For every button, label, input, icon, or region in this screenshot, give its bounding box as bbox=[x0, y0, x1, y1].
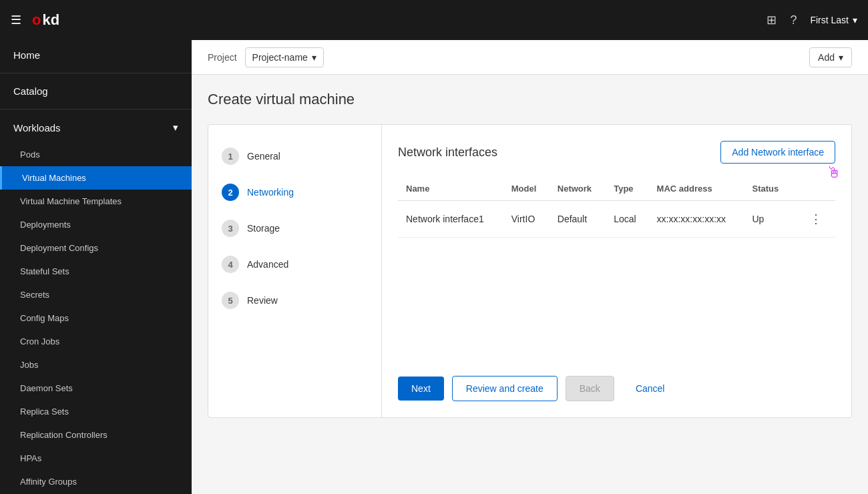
page-title: Create virtual machine bbox=[208, 91, 852, 108]
subheader-left: Project Project-name ▾ bbox=[208, 47, 324, 67]
sidebar-item-daemon-sets[interactable]: Daemon Sets bbox=[0, 377, 192, 400]
step-general[interactable]: 1 General bbox=[208, 138, 381, 174]
add-button[interactable]: Add ▾ bbox=[809, 47, 852, 67]
sidebar-item-affinity-groups[interactable]: Affinity Groups bbox=[0, 470, 192, 493]
review-and-create-button[interactable]: Review and create bbox=[452, 376, 558, 401]
step-4-label: Advanced bbox=[247, 259, 288, 270]
workloads-label: Workloads bbox=[13, 122, 61, 134]
col-network: Network bbox=[550, 177, 606, 201]
network-interfaces-table: Name Model Network Type MAC address Stat… bbox=[398, 177, 835, 238]
help-icon[interactable]: ? bbox=[790, 13, 797, 27]
panel-header: Network interfaces Add Network interface… bbox=[398, 141, 835, 164]
topbar: ☰ o kd ⊞ ? First Last ▾ bbox=[0, 0, 868, 40]
page-content: Create virtual machine 1 General 2 Netwo… bbox=[192, 75, 868, 434]
step-3-label: Storage bbox=[247, 223, 280, 234]
user-chevron-icon: ▾ bbox=[853, 15, 857, 25]
subheader: Project Project-name ▾ Add ▾ bbox=[192, 40, 868, 75]
step-5-label: Review bbox=[247, 295, 278, 306]
add-label: Add bbox=[818, 52, 835, 63]
project-dropdown[interactable]: Project-name ▾ bbox=[245, 47, 324, 67]
step-1-num: 1 bbox=[222, 148, 239, 165]
col-model: Model bbox=[503, 177, 550, 201]
user-menu[interactable]: First Last ▾ bbox=[810, 15, 857, 25]
cell-mac: xx:xx:xx:xx:xx:xx bbox=[649, 201, 744, 238]
sidebar-divider-1 bbox=[0, 73, 192, 73]
workloads-chevron-icon: ▾ bbox=[173, 121, 178, 134]
step-storage[interactable]: 3 Storage bbox=[208, 210, 381, 246]
panel-title: Network interfaces bbox=[398, 146, 497, 160]
sidebar-workloads-header[interactable]: Workloads ▾ bbox=[0, 112, 192, 143]
cell-model: VirtIO bbox=[503, 201, 550, 238]
logo-o-letter: o bbox=[32, 11, 41, 29]
sidebar-item-hpas[interactable]: HPAs bbox=[0, 447, 192, 470]
table-header: Name Model Network Type MAC address Stat… bbox=[398, 177, 835, 201]
step-3-num: 3 bbox=[222, 220, 239, 237]
topbar-right: ⊞ ? First Last ▾ bbox=[767, 13, 857, 27]
logo-kd-letters: kd bbox=[42, 11, 59, 29]
sidebar-item-virtual-machine-templates[interactable]: Virtual Machine Templates bbox=[0, 190, 192, 213]
main-layout: Home Catalog Workloads ▾ Pods Virtual Ma… bbox=[0, 40, 868, 494]
sidebar-item-stateful-sets[interactable]: Stateful Sets bbox=[0, 260, 192, 283]
back-button: Back bbox=[566, 376, 614, 401]
row-kebab-menu-button[interactable]: ⋮ bbox=[805, 209, 827, 229]
wizard-card: 1 General 2 Networking 3 Storage 4 Advan… bbox=[208, 124, 852, 418]
sidebar-item-replica-sets[interactable]: Replica Sets bbox=[0, 400, 192, 423]
steps-panel: 1 General 2 Networking 3 Storage 4 Advan… bbox=[208, 125, 382, 417]
sidebar-item-home[interactable]: Home bbox=[0, 40, 192, 70]
col-actions bbox=[792, 177, 835, 201]
cell-name: Network interface1 bbox=[398, 201, 503, 238]
step-2-label: Networking bbox=[247, 187, 294, 198]
project-dropdown-chevron-icon: ▾ bbox=[312, 52, 316, 63]
step-2-num: 2 bbox=[222, 184, 239, 201]
col-mac: MAC address bbox=[649, 177, 744, 201]
logo: o kd bbox=[32, 11, 59, 29]
step-1-label: General bbox=[247, 151, 280, 162]
hamburger-icon[interactable]: ☰ bbox=[11, 13, 21, 27]
sidebar-item-jobs[interactable]: Jobs bbox=[0, 353, 192, 377]
sidebar-item-pods[interactable]: Pods bbox=[0, 143, 192, 166]
sidebar-item-config-maps[interactable]: Config Maps bbox=[0, 306, 192, 330]
project-name: Project-name bbox=[252, 52, 308, 63]
step-4-num: 4 bbox=[222, 256, 239, 273]
sidebar-item-deployments[interactable]: Deployments bbox=[0, 213, 192, 236]
cancel-button[interactable]: Cancel bbox=[622, 377, 678, 401]
col-type: Type bbox=[606, 177, 648, 201]
step-advanced[interactable]: 4 Advanced bbox=[208, 246, 381, 282]
sidebar-item-secrets[interactable]: Secrets bbox=[0, 283, 192, 306]
sidebar-item-catalog[interactable]: Catalog bbox=[0, 76, 192, 106]
step-5-num: 5 bbox=[222, 292, 239, 309]
sidebar-item-deployment-configs[interactable]: Deployment Configs bbox=[0, 236, 192, 260]
topbar-left: ☰ o kd bbox=[11, 11, 767, 29]
content-area: Project Project-name ▾ Add ▾ Create virt… bbox=[192, 40, 868, 494]
user-name: First Last bbox=[810, 15, 849, 25]
add-chevron-icon: ▾ bbox=[839, 52, 843, 63]
sidebar-item-replication-controllers[interactable]: Replication Controllers bbox=[0, 423, 192, 447]
cell-actions: ⋮ bbox=[792, 201, 835, 238]
grid-icon[interactable]: ⊞ bbox=[767, 13, 777, 27]
step-networking[interactable]: 2 Networking bbox=[208, 174, 381, 210]
wizard-footer: Next Review and create Back Cancel bbox=[398, 360, 835, 401]
sidebar-item-virtual-machines[interactable]: Virtual Machines bbox=[0, 166, 192, 190]
project-label: Project bbox=[208, 52, 237, 63]
step-review[interactable]: 5 Review bbox=[208, 282, 381, 318]
sidebar: Home Catalog Workloads ▾ Pods Virtual Ma… bbox=[0, 40, 192, 494]
cell-status: Up bbox=[744, 201, 791, 238]
sidebar-item-cron-jobs[interactable]: Cron Jobs bbox=[0, 330, 192, 353]
add-network-interface-button[interactable]: Add Network interface🖱 bbox=[720, 141, 835, 164]
table-row: Network interface1 VirtIO Default Local … bbox=[398, 201, 835, 238]
col-status: Status bbox=[744, 177, 791, 201]
sidebar-divider-2 bbox=[0, 109, 192, 109]
next-button[interactable]: Next bbox=[398, 377, 444, 401]
main-panel: Network interfaces Add Network interface… bbox=[382, 125, 851, 417]
col-name: Name bbox=[398, 177, 503, 201]
table-body: Network interface1 VirtIO Default Local … bbox=[398, 201, 835, 238]
cell-type: Local bbox=[606, 201, 648, 238]
cell-network: Default bbox=[550, 201, 606, 238]
